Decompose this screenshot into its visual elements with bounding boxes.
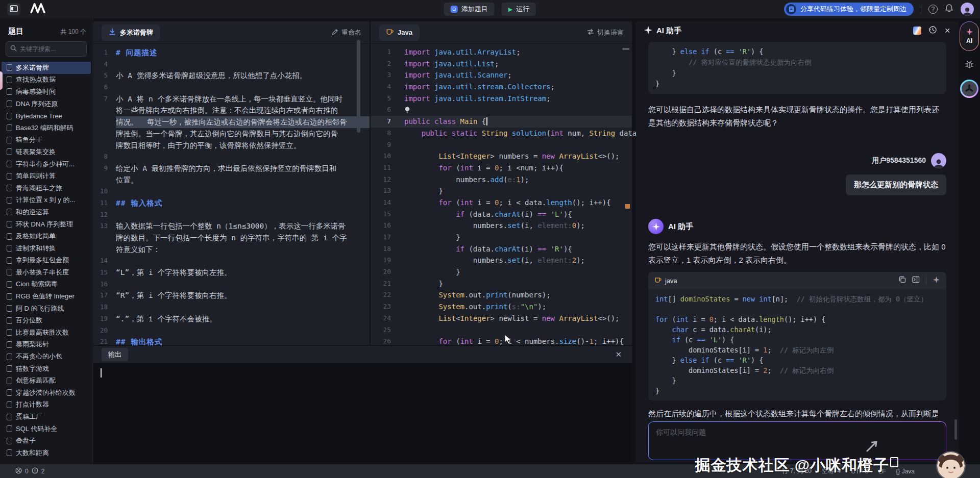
doc-line: 牌数目相等时，由于力的平衡，该骨牌将依然保持竖立。 bbox=[93, 140, 370, 152]
add-problem-icon bbox=[451, 6, 458, 13]
problem-markdown[interactable]: 1# 问题描述45小 A 觉得多米诺骨牌超级没意思，所以他想了点小花招。67小 … bbox=[93, 44, 370, 348]
bell-icon[interactable] bbox=[945, 4, 953, 15]
sidebar-item[interactable]: 穿越沙漠的补给次数 bbox=[0, 387, 92, 399]
help-icon[interactable]: ? bbox=[928, 5, 938, 14]
search-input[interactable] bbox=[20, 45, 80, 53]
sidebar-item[interactable]: 查找热点数据 bbox=[0, 74, 92, 86]
chat-input-box[interactable] bbox=[648, 421, 946, 460]
output-console[interactable] bbox=[93, 363, 632, 462]
sidebar-item[interactable]: 最小替换子串长度 bbox=[0, 266, 92, 279]
sidebar-item-label: SQL 代码补全 bbox=[16, 424, 57, 434]
switch-language-button[interactable]: 切换语言 bbox=[587, 28, 624, 37]
editor-line: 4import java.util.stream.Collectors; bbox=[371, 81, 632, 93]
sidebar-item[interactable]: 链表聚集交换 bbox=[0, 146, 92, 158]
code-line: } else if (c == 'R') { bbox=[655, 355, 939, 365]
editor-line: 6 bbox=[371, 104, 632, 116]
sidebar-item[interactable]: Cion 勒索病毒 bbox=[0, 279, 92, 291]
sidebar-item-label: 链表聚集交换 bbox=[16, 147, 56, 157]
chat-input[interactable] bbox=[649, 422, 946, 460]
sidebar-item[interactable]: 字符串有多少种可... bbox=[0, 158, 92, 170]
theme-gradient-icon[interactable] bbox=[913, 27, 921, 35]
sidebar-item[interactable]: 青海湖租车之旅 bbox=[0, 182, 92, 194]
sidebar-item[interactable]: DNA 序列还原 bbox=[0, 98, 92, 110]
sidebar-toggle-button[interactable] bbox=[7, 3, 20, 15]
ai-rail-button[interactable]: AI bbox=[960, 21, 979, 51]
language-tab[interactable]: Java bbox=[379, 24, 420, 41]
sidebar-item[interactable]: 猫鱼分干 bbox=[0, 134, 92, 146]
search-box[interactable] bbox=[6, 41, 87, 57]
sidebar-item[interactable]: 多米诺骨牌 bbox=[2, 62, 91, 74]
sidebar-item[interactable]: 打点计数器 bbox=[0, 399, 92, 411]
sidebar-item[interactable]: 环状 DNA 序列整理 bbox=[0, 218, 92, 231]
problem-tab[interactable]: 多米诺骨牌 bbox=[102, 24, 160, 41]
editor-line: 23 System.out.print(s:"\n"); bbox=[371, 301, 632, 313]
history-icon[interactable] bbox=[928, 26, 937, 36]
sidebar-item-label: 猜数字游戏 bbox=[16, 364, 49, 373]
file-icon bbox=[7, 354, 12, 360]
sidebar-item[interactable]: Bytedance Tree bbox=[0, 110, 92, 122]
assistant-message: 您可以根据自己选择的数据结构来具体实现更新骨牌状态的操作。您是打算使用列表还是其… bbox=[648, 103, 946, 130]
sidebar-item[interactable]: 简单四则计算 bbox=[0, 170, 92, 182]
sidebar-item[interactable]: 暴雨梨花针 bbox=[0, 339, 92, 351]
sidebar-title: 题目 bbox=[8, 27, 23, 36]
editor-line: 19 numbers.set(i, element:2); bbox=[371, 255, 632, 266]
sidebar-item[interactable]: 大数和距离 bbox=[0, 447, 92, 459]
doc-badge-icon bbox=[786, 4, 796, 14]
sidebar-item[interactable]: 计算位置 x 到 y 的... bbox=[0, 194, 92, 207]
ai-scrollbar[interactable] bbox=[954, 419, 957, 440]
sidebar-item[interactable]: Base32 编码和解码 bbox=[0, 122, 92, 134]
sidebar-item[interactable]: 拿到最多红包金额 bbox=[0, 255, 92, 267]
encoding[interactable]: UTF-8 bbox=[851, 468, 868, 475]
sidebar-item[interactable]: 叠盘子 bbox=[0, 435, 92, 447]
indent-setting[interactable]: 空格: 4 bbox=[822, 467, 841, 475]
sidebar-item[interactable]: RGB 色值转 Integer bbox=[0, 290, 92, 303]
close-icon[interactable]: ✕ bbox=[615, 350, 622, 359]
doc-line: 位置。 bbox=[93, 174, 370, 186]
run-button[interactable]: ▶ 运行 bbox=[502, 3, 536, 16]
brand-logo-button[interactable] bbox=[960, 80, 978, 98]
sidebar-item-label: 不再贪心的小包 bbox=[16, 352, 62, 361]
magic-icon[interactable] bbox=[933, 276, 940, 286]
error-icon[interactable] bbox=[15, 467, 22, 475]
problem-scrollbar[interactable] bbox=[357, 40, 360, 133]
doc-line: 20 bbox=[93, 325, 370, 337]
sidebar-item-label: 最小替换子串长度 bbox=[16, 268, 69, 277]
code-editor[interactable]: 1import java.util.ArrayList;2import java… bbox=[371, 44, 632, 347]
copy-icon[interactable] bbox=[899, 276, 906, 285]
file-icon bbox=[7, 77, 12, 83]
file-icon bbox=[7, 137, 12, 143]
editor-scrollbar[interactable] bbox=[622, 48, 629, 50]
sidebar-item[interactable]: 蛋糕工厂 bbox=[0, 411, 92, 423]
sidebar-item[interactable]: 百分位数 bbox=[0, 314, 92, 326]
sidebar-item[interactable]: 创意标题匹配 bbox=[0, 374, 92, 387]
editor-line: 1import java.util.ArrayList; bbox=[371, 46, 632, 58]
sidebar-item[interactable]: 进制求和转换 bbox=[0, 242, 92, 255]
sidebar-item[interactable]: SQL 代码补全 bbox=[0, 423, 92, 435]
promo-banner[interactable]: 分享代码练习体验，领限量定制周边 bbox=[784, 3, 914, 16]
sidebar-item[interactable]: 和的逆运算 bbox=[0, 206, 92, 218]
eol-setting[interactable]: LF bbox=[878, 468, 886, 475]
quickfix-lightbulb-icon[interactable] bbox=[404, 106, 410, 114]
sidebar-item[interactable]: 及格如此简单 bbox=[0, 230, 92, 242]
sidebar-item[interactable]: 阿 D 的飞行路线 bbox=[0, 303, 92, 315]
sidebar-item-label: 多米诺骨牌 bbox=[16, 63, 49, 72]
bug-icon[interactable] bbox=[964, 59, 974, 71]
close-icon[interactable]: ✕ bbox=[944, 27, 950, 35]
account-avatar[interactable] bbox=[961, 3, 974, 16]
chat-area[interactable]: } else if (c == 'R') { // 将对应位置的骨牌状态更新为向… bbox=[648, 39, 946, 417]
warning-icon[interactable] bbox=[32, 467, 38, 475]
output-tab[interactable]: 输出 bbox=[102, 348, 128, 361]
file-icon bbox=[7, 221, 12, 228]
insert-code-icon[interactable] bbox=[912, 276, 920, 285]
output-panel: 输出 ✕ bbox=[93, 346, 632, 462]
rename-button[interactable]: 重命名 bbox=[332, 28, 361, 37]
sidebar-item-label: 查找热点数据 bbox=[16, 75, 56, 84]
sidebar-item[interactable]: 猜数字游戏 bbox=[0, 363, 92, 375]
sidebar-item[interactable]: 不再贪心的小包 bbox=[0, 350, 92, 363]
doc-line: 10 bbox=[93, 186, 370, 197]
cursor-position[interactable]: 行 7, 列 20 bbox=[782, 467, 812, 475]
language-mode[interactable]: {} Java bbox=[896, 468, 915, 475]
sidebar-item[interactable]: 病毒感染时间 bbox=[0, 86, 92, 98]
add-problem-button[interactable]: 添加题目 bbox=[444, 3, 495, 16]
sidebar-item[interactable]: 比赛最高获胜次数 bbox=[0, 326, 92, 339]
